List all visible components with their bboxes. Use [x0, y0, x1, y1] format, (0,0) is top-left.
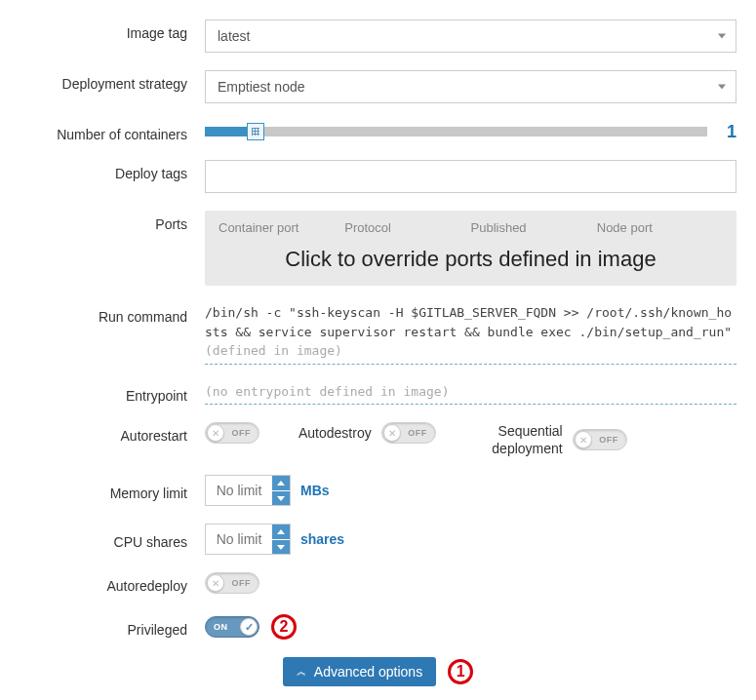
annotation-marker-2: 2: [271, 614, 297, 640]
num-containers-slider[interactable]: [205, 127, 707, 136]
stepper-down-icon[interactable]: [272, 539, 290, 555]
memory-limit-stepper[interactable]: [205, 475, 291, 506]
image-tag-label: Image tag: [20, 19, 205, 41]
toggle-state: OFF: [408, 428, 427, 438]
run-command-field[interactable]: /bin/sh -c "ssh-keyscan -H $GITLAB_SERVE…: [205, 303, 736, 365]
autorestart-label: Autorestart: [20, 422, 205, 444]
advanced-options-button[interactable]: ︽ Advanced options: [283, 657, 436, 686]
memory-unit: MBs: [300, 483, 330, 498]
memory-limit-label: Memory limit: [20, 480, 205, 501]
ports-header: Container port Protocol Published Node p…: [205, 211, 736, 241]
memory-limit-input[interactable]: [206, 476, 272, 505]
x-icon: [383, 424, 401, 442]
ports-col-node-port: Node port: [597, 220, 723, 235]
deployment-strategy-label: Deployment strategy: [20, 70, 205, 92]
ports-col-container-port: Container port: [219, 220, 344, 235]
privileged-label: Privileged: [20, 616, 205, 638]
x-icon: [207, 424, 224, 442]
cpu-unit: shares: [300, 531, 344, 547]
run-command-value: /bin/sh -c "ssh-keyscan -H $GITLAB_SERVE…: [205, 305, 732, 339]
sequential-deployment-toggle[interactable]: OFF: [573, 429, 627, 450]
autoredeploy-label: Autoredeploy: [20, 572, 205, 594]
stepper-up-icon[interactable]: [272, 476, 290, 490]
deployment-strategy-value: Emptiest node: [218, 79, 305, 95]
autoredeploy-toggle[interactable]: OFF: [205, 572, 259, 594]
x-icon: [207, 574, 224, 592]
autodestroy-label: Autodestroy: [298, 425, 372, 441]
deployment-strategy-select[interactable]: Emptiest node: [205, 70, 736, 103]
image-tag-value: latest: [218, 28, 250, 44]
advanced-options-label: Advanced options: [314, 664, 422, 680]
cpu-shares-stepper[interactable]: [205, 524, 291, 555]
entrypoint-field[interactable]: (no entrypoint defined in image): [205, 382, 736, 406]
entrypoint-label: Entrypoint: [20, 382, 205, 404]
caret-down-icon: [718, 34, 726, 39]
toggle-state: ON: [214, 622, 228, 632]
deploy-tags-label: Deploy tags: [20, 160, 205, 181]
toggle-state: OFF: [232, 428, 252, 438]
chevron-up-double-icon: ︽: [297, 667, 306, 677]
toggle-state: OFF: [232, 578, 252, 588]
image-tag-select[interactable]: latest: [205, 19, 736, 53]
caret-down-icon: [718, 85, 726, 90]
num-containers-value: 1: [707, 122, 736, 142]
deploy-tags-input[interactable]: [205, 160, 736, 193]
ports-label: Ports: [20, 211, 205, 232]
x-icon: [575, 431, 592, 448]
entrypoint-hint: (no entrypoint defined in image): [205, 384, 449, 399]
slider-handle[interactable]: [247, 123, 264, 140]
run-command-hint: (defined in image): [205, 343, 342, 358]
toggle-state: OFF: [599, 435, 618, 445]
check-icon: [240, 618, 258, 636]
annotation-marker-1: 1: [448, 659, 473, 684]
privileged-toggle[interactable]: ON: [205, 616, 259, 638]
ports-box[interactable]: Container port Protocol Published Node p…: [205, 211, 736, 286]
stepper-down-icon[interactable]: [272, 490, 290, 506]
autorestart-toggle[interactable]: OFF: [205, 422, 259, 444]
ports-col-published: Published: [471, 220, 597, 235]
ports-col-protocol: Protocol: [344, 220, 470, 235]
stepper-up-icon[interactable]: [272, 525, 290, 539]
autodestroy-toggle[interactable]: OFF: [381, 422, 436, 444]
run-command-label: Run command: [20, 303, 205, 325]
sequential-deployment-label: Sequential deployment: [475, 422, 563, 457]
ports-override-text[interactable]: Click to override ports defined in image…: [205, 241, 736, 286]
cpu-shares-input[interactable]: [206, 525, 272, 554]
cpu-shares-label: CPU shares: [20, 528, 205, 550]
num-containers-label: Number of containers: [20, 121, 205, 142]
